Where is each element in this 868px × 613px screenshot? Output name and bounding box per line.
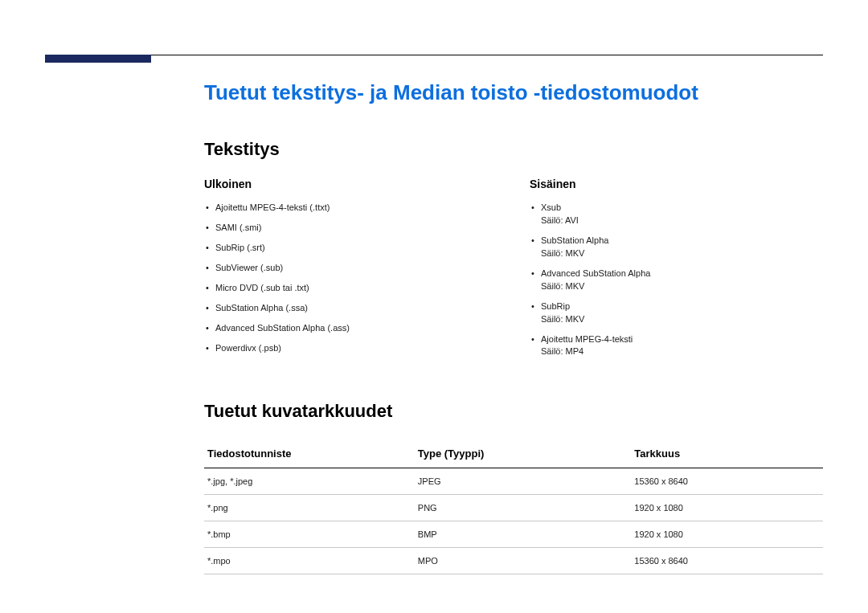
cell-ext: *.png	[204, 495, 415, 521]
list-item: Advanced SubStation Alpha Säilö: MKV	[541, 268, 823, 293]
list-item: SubRip (.srt)	[215, 242, 497, 255]
cell-res: 1920 x 1080	[631, 521, 823, 548]
header-ext: Tiedostotunniste	[204, 439, 415, 468]
item-name: SubRip	[541, 301, 570, 311]
section-subtitle-title: Tekstitys	[204, 139, 823, 160]
header-res: Tarkkuus	[631, 439, 823, 468]
cell-ext: *.mpo	[204, 548, 415, 574]
cell-res: 1920 x 1080	[631, 495, 823, 521]
item-container: Säilö: MKV	[541, 280, 823, 293]
table-row: *.jpg, *.jpeg JPEG 15360 x 8640	[204, 468, 823, 495]
cell-type: MPO	[415, 548, 632, 574]
cell-type: BMP	[415, 521, 632, 548]
item-name: Xsub	[541, 202, 561, 212]
table-header-row: Tiedostotunniste Type (Tyyppi) Tarkkuus	[204, 439, 823, 468]
page-title: Tuetut tekstitys- ja Median toisto -tied…	[204, 80, 823, 105]
list-item: SubRip Säilö: MKV	[541, 300, 823, 326]
sidebar-marker	[45, 55, 151, 63]
external-header: Ulkoinen	[204, 178, 497, 190]
item-name: Ajoitettu MPEG-4-teksti	[541, 334, 633, 344]
cell-res: 15360 x 8640	[631, 468, 823, 495]
item-container: Säilö: MKV	[541, 247, 823, 260]
list-item: Powerdivx (.psb)	[215, 342, 497, 355]
item-container: Säilö: AVI	[541, 215, 823, 227]
list-item: SubStation Alpha (.ssa)	[215, 302, 497, 315]
cell-type: PNG	[415, 495, 632, 521]
internal-header: Sisäinen	[530, 178, 823, 190]
cell-ext: *.jpg, *.jpeg	[204, 468, 415, 495]
table-row: *.png PNG 1920 x 1080	[204, 495, 823, 521]
header-type: Type (Tyyppi)	[415, 439, 632, 468]
list-item: Xsub Säilö: AVI	[541, 202, 823, 227]
list-item: SubViewer (.sub)	[215, 262, 497, 275]
image-resolutions-table: Tiedostotunniste Type (Tyyppi) Tarkkuus …	[204, 439, 823, 574]
item-name: Advanced SubStation Alpha	[541, 268, 650, 278]
list-item: Ajoitettu MPEG-4-teksti Säilö: MP4	[541, 333, 823, 359]
cell-ext: *.bmp	[204, 521, 415, 548]
external-list: Ajoitettu MPEG-4-teksti (.ttxt) SAMI (.s…	[204, 202, 497, 355]
list-item: Advanced SubStation Alpha (.ass)	[215, 322, 497, 335]
section-image-title: Tuetut kuvatarkkuudet	[204, 401, 823, 422]
top-rule	[45, 55, 823, 55]
content-area: Tuetut tekstitys- ja Median toisto -tied…	[204, 80, 823, 574]
list-item: Ajoitettu MPEG-4-teksti (.ttxt)	[215, 202, 497, 215]
item-container: Säilö: MKV	[541, 313, 823, 326]
table-row: *.mpo MPO 15360 x 8640	[204, 548, 823, 574]
subtitle-columns: Ulkoinen Ajoitettu MPEG-4-teksti (.ttxt)…	[204, 178, 823, 366]
cell-type: JPEG	[415, 468, 632, 495]
list-item: SubStation Alpha Säilö: MKV	[541, 235, 823, 260]
item-name: SubStation Alpha	[541, 235, 608, 245]
item-container: Säilö: MP4	[541, 345, 823, 358]
list-item: Micro DVD (.sub tai .txt)	[215, 282, 497, 295]
list-item: SAMI (.smi)	[215, 222, 497, 235]
internal-column: Sisäinen Xsub Säilö: AVI SubStation Alph…	[530, 178, 823, 366]
external-column: Ulkoinen Ajoitettu MPEG-4-teksti (.ttxt)…	[204, 178, 497, 366]
internal-list: Xsub Säilö: AVI SubStation Alpha Säilö: …	[530, 202, 823, 358]
table-row: *.bmp BMP 1920 x 1080	[204, 521, 823, 548]
cell-res: 15360 x 8640	[631, 548, 823, 574]
